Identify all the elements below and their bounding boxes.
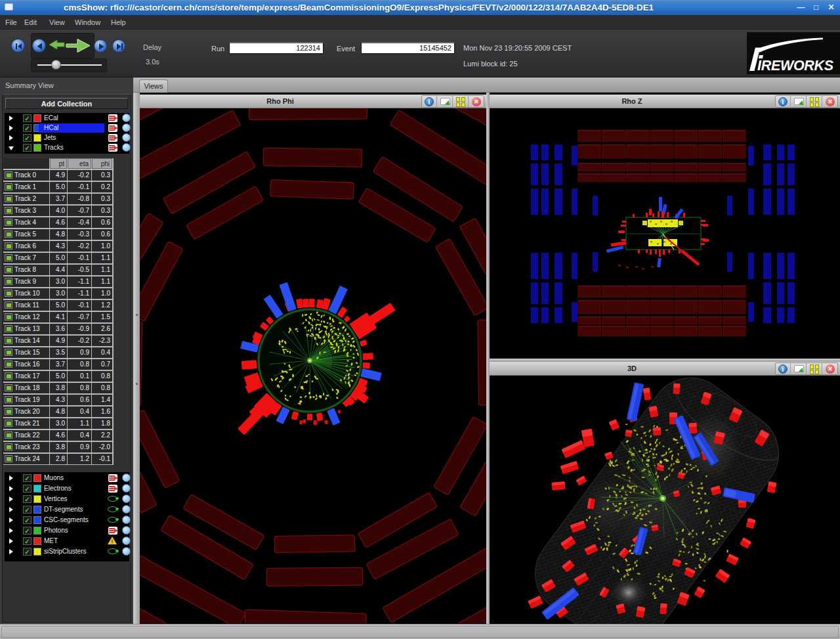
svg-text:IREWORKS: IREWORKS (757, 58, 834, 74)
